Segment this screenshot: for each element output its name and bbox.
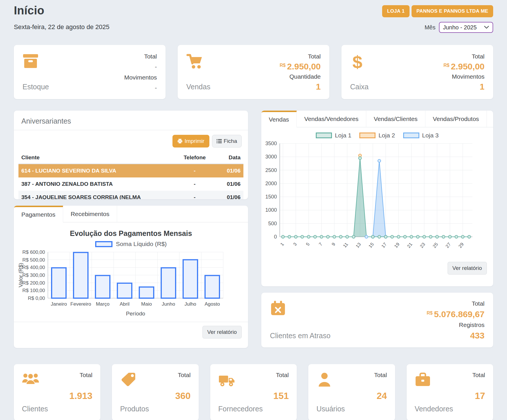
card-vendedores: Vendedores Total 17 xyxy=(407,364,493,420)
svg-text:7: 7 xyxy=(318,242,323,247)
tab-vendas[interactable]: Vendas xyxy=(261,111,297,127)
svg-text:Fevereiro: Fevereiro xyxy=(70,301,91,307)
stat-key: Total xyxy=(69,372,92,379)
ficha-button[interactable]: Ficha xyxy=(212,135,242,147)
svg-text:2500: 2500 xyxy=(265,167,277,173)
briefcase-icon xyxy=(415,372,431,388)
legend-item[interactable]: Loja 3 xyxy=(403,132,439,139)
table-row[interactable]: 387 - ANTONIO ZENALDO BATISTA - 01/06 xyxy=(18,177,243,191)
month-select[interactable]: Junho - 2025 xyxy=(439,22,493,33)
card-vendas: Vendas Total R$2.950,00 Quantidade 1 xyxy=(178,45,329,99)
table-row[interactable]: 614 - LUCIANO SEVERINO DA SILVA - 01/06 xyxy=(18,164,243,177)
stat-value: 433 xyxy=(427,331,485,340)
stat-key: Total xyxy=(273,372,289,379)
svg-text:29: 29 xyxy=(457,242,465,249)
svg-text:1000: 1000 xyxy=(265,207,277,213)
stat-value: 24 xyxy=(374,391,387,400)
birthdays-panel: Aniversariantes Imprimir xyxy=(14,111,248,199)
svg-text:2000: 2000 xyxy=(265,181,277,186)
stat-key: Movimentos xyxy=(444,73,485,80)
stat-key: Total xyxy=(280,53,321,60)
sales-panel: Vendas Vendas/Vendedores Vendas/Clientes… xyxy=(261,111,493,286)
birthdays-table-header: Cliente Telefone Data xyxy=(18,152,243,164)
header: Início Sexta-feira, 22 de agosto de 2025… xyxy=(14,4,493,38)
header-controls: LOJA 1 PANNOS E PANNOS LTDA ME Mês Junho… xyxy=(382,5,493,33)
stat-key: Movimentos xyxy=(124,74,157,81)
birthdays-table: Cliente Telefone Data 614 - LUCIANO SEVE… xyxy=(18,152,243,199)
tab-recebimentos[interactable]: Recebimentos xyxy=(63,206,117,222)
svg-text:Agosto: Agosto xyxy=(205,301,220,307)
sales-line-chart: 0500100015002000250030003500135791113151… xyxy=(261,139,480,257)
stat-value: R$5.076.869,67 xyxy=(427,310,485,319)
svg-text:17: 17 xyxy=(380,242,388,249)
legend-label: Loja 1 xyxy=(335,132,351,139)
legend-item[interactable]: Loja 2 xyxy=(359,132,395,139)
legend-label: Loja 3 xyxy=(422,132,439,139)
svg-text:Valor (R$): Valor (R$) xyxy=(18,263,24,287)
stat-value: 1 xyxy=(444,82,485,91)
svg-text:Período: Período xyxy=(126,311,145,317)
stat-key: Quantidade xyxy=(280,73,321,80)
svg-text:Junho: Junho xyxy=(162,301,175,307)
payments-report-button[interactable]: Ver relatório xyxy=(202,326,242,338)
stat-label: Clientes xyxy=(22,405,48,413)
stat-key: Total xyxy=(444,53,485,60)
svg-text:R$ 600,00: R$ 600,00 xyxy=(22,250,45,255)
legend-swatch xyxy=(403,133,419,138)
tab-vendas-clientes[interactable]: Vendas/Clientes xyxy=(366,111,425,127)
print-button[interactable]: Imprimir xyxy=(172,135,209,147)
table-row[interactable]: 354 - JAQUELINE SOARES CORREIA (NELMA - … xyxy=(18,191,243,199)
store-button[interactable]: LOJA 1 xyxy=(382,5,410,17)
svg-text:Maio: Maio xyxy=(141,301,152,307)
payments-chart-title: Evolução dos Pagamentos Mensais xyxy=(14,229,248,238)
legend-item[interactable]: Loja 1 xyxy=(316,132,351,139)
legend-swatch xyxy=(359,133,375,138)
svg-text:R$ 400,00: R$ 400,00 xyxy=(22,265,45,270)
stat-key: Registros xyxy=(427,321,485,328)
svg-text:25: 25 xyxy=(432,242,439,249)
currency-prefix: R$ xyxy=(444,63,449,68)
svg-text:R$ 300,00: R$ 300,00 xyxy=(22,273,45,278)
company-button[interactable]: PANNOS E PANNOS LTDA ME xyxy=(412,5,493,17)
tab-vendas-produtos[interactable]: Vendas/Produtos xyxy=(425,111,487,127)
stat-value: - xyxy=(124,85,157,91)
svg-text:13: 13 xyxy=(355,242,362,249)
top-stats-row: Estoque Total - Movimentos - Vendas Tota… xyxy=(14,45,493,99)
sales-tabbar: Vendas Vendas/Vendedores Vendas/Clientes… xyxy=(261,111,493,127)
svg-text:3500: 3500 xyxy=(265,141,277,146)
stat-label: Estoque xyxy=(22,83,49,91)
sales-report-button[interactable]: Ver relatório xyxy=(448,262,487,275)
svg-text:Abril: Abril xyxy=(120,301,129,307)
svg-text:11: 11 xyxy=(342,242,349,249)
chevron-down-icon xyxy=(484,26,489,29)
card-caixa: $ Caixa Total R$2.950,00 Movimentos 1 xyxy=(341,45,493,99)
legend-label: Soma Líquido (R$) xyxy=(116,241,167,247)
svg-text:$: $ xyxy=(352,53,362,69)
month-label: Mês xyxy=(425,24,435,31)
calendar-x-icon xyxy=(270,300,286,316)
late-clients-card: Clientes em Atraso Total R$5.076.869,67 … xyxy=(261,293,493,347)
legend-label: Loja 2 xyxy=(378,132,395,139)
svg-text:R$ 500,00: R$ 500,00 xyxy=(22,257,45,263)
svg-text:5: 5 xyxy=(305,242,311,247)
col-telefone: Telefone xyxy=(173,154,216,161)
payments-bar-chart: R$ 0,00R$ 100,00R$ 200,00R$ 300,00R$ 400… xyxy=(14,250,228,321)
late-clients-label: Clientes em Atraso xyxy=(270,332,331,340)
cart-icon xyxy=(186,53,204,69)
printer-icon xyxy=(177,139,183,144)
svg-text:R$ 100,00: R$ 100,00 xyxy=(22,288,45,293)
tab-vendas-vendedores[interactable]: Vendas/Vendedores xyxy=(297,111,366,127)
user-icon xyxy=(316,372,333,388)
col-cliente: Cliente xyxy=(21,154,173,161)
stat-value: 17 xyxy=(472,391,485,400)
stat-value: - xyxy=(124,64,157,70)
svg-text:1: 1 xyxy=(279,242,285,247)
svg-text:27: 27 xyxy=(445,242,452,249)
bottom-stats-row: Clientes Total 1.913 Produtos Total 360 xyxy=(14,364,493,420)
svg-text:500: 500 xyxy=(268,221,277,226)
card-produtos: Produtos Total 360 xyxy=(112,364,198,420)
svg-text:Março: Março xyxy=(96,301,109,307)
tab-pagamentos[interactable]: Pagamentos xyxy=(14,206,63,222)
stat-key: Total xyxy=(124,53,157,60)
stat-label: Caixa xyxy=(350,83,369,91)
